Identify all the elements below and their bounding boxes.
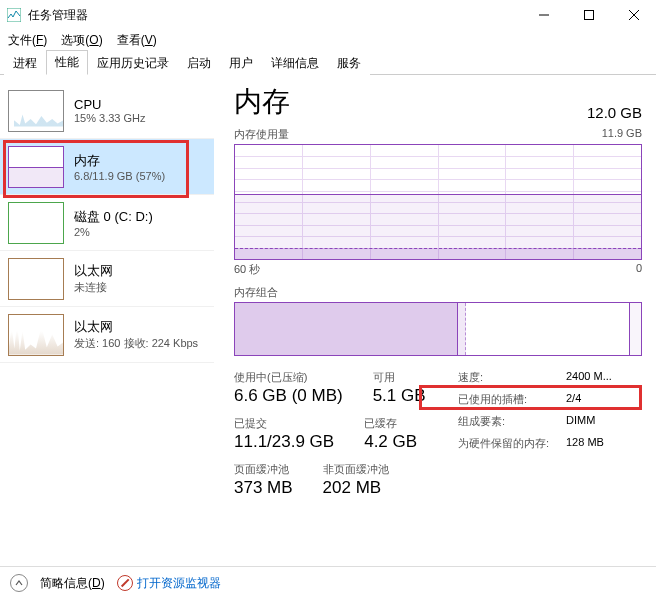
stat-value-nonpaged: 202 MB [323, 478, 389, 498]
tab-details[interactable]: 详细信息 [262, 51, 328, 75]
detail-val-reserved: 128 MB [566, 436, 604, 451]
sidebar-item-ethernet-1[interactable]: 以太网 未连接 [0, 251, 214, 307]
detail-key-speed: 速度: [458, 370, 566, 385]
sidebar-item-ethernet-2[interactable]: 以太网 发送: 160 接收: 224 Kbps [0, 307, 214, 363]
svg-rect-2 [584, 11, 593, 20]
menu-view[interactable]: 查看(V) [117, 32, 157, 49]
menu-options[interactable]: 选项(O) [61, 32, 102, 49]
stat-label-inuse: 使用中(已压缩) [234, 370, 343, 385]
usage-graph-xright: 0 [636, 262, 642, 277]
sidebar-label-memory: 内存 [74, 152, 165, 170]
stat-value-committed: 11.1/23.9 GB [234, 432, 334, 452]
tab-processes[interactable]: 进程 [4, 51, 46, 75]
detail-val-speed: 2400 M... [566, 370, 612, 385]
sidebar-label-cpu: CPU [74, 97, 146, 112]
content: CPU 15% 3.33 GHz 内存 6.8/11.9 GB (57%) 磁盘… [0, 75, 656, 564]
main-panel: 内存 12.0 GB 内存使用量 11.9 GB 60 秒 0 内存组合 使用 [214, 75, 656, 564]
open-resource-monitor-link[interactable]: 打开资源监视器 [117, 575, 221, 592]
stat-label-paged: 页面缓冲池 [234, 462, 293, 477]
sidebar-sub-memory: 6.8/11.9 GB (57%) [74, 170, 165, 182]
sidebar-sub-eth2: 发送: 160 接收: 224 Kbps [74, 336, 198, 351]
tab-app-history[interactable]: 应用历史记录 [88, 51, 178, 75]
fewer-details-link[interactable]: 简略信息(D) [40, 575, 105, 592]
disk-thumbnail-chart [8, 202, 64, 244]
window-controls [521, 0, 656, 30]
stat-value-cached: 4.2 GB [364, 432, 417, 452]
memory-thumbnail-chart [8, 146, 64, 188]
tab-startup[interactable]: 启动 [178, 51, 220, 75]
tab-performance[interactable]: 性能 [46, 50, 88, 75]
detail-val-slots: 2/4 [566, 392, 581, 407]
memory-composition-chart[interactable] [234, 302, 642, 356]
close-button[interactable] [611, 0, 656, 30]
cpu-thumbnail-chart [8, 90, 64, 132]
ethernet1-thumbnail-chart [8, 258, 64, 300]
sidebar-item-cpu[interactable]: CPU 15% 3.33 GHz [0, 83, 214, 139]
tab-users[interactable]: 用户 [220, 51, 262, 75]
footer: 简略信息(D) 打开资源监视器 [0, 566, 656, 599]
total-memory: 12.0 GB [587, 104, 642, 121]
sidebar: CPU 15% 3.33 GHz 内存 6.8/11.9 GB (57%) 磁盘… [0, 75, 214, 564]
tabbar: 进程 性能 应用历史记录 启动 用户 详细信息 服务 [0, 51, 656, 75]
memory-usage-chart[interactable] [234, 144, 642, 260]
menu-file[interactable]: 文件(F) [8, 32, 47, 49]
stat-label-cached: 已缓存 [364, 416, 417, 431]
chevron-up-icon[interactable] [10, 574, 28, 592]
sidebar-sub-disk: 2% [74, 226, 153, 238]
detail-key-form: 组成要素: [458, 414, 566, 429]
stat-label-nonpaged: 非页面缓冲池 [323, 462, 389, 477]
stat-value-inuse: 6.6 GB (0 MB) [234, 386, 343, 406]
sidebar-label-disk: 磁盘 0 (C: D:) [74, 208, 153, 226]
maximize-button[interactable] [566, 0, 611, 30]
titlebar: 任务管理器 [0, 0, 656, 30]
stats-area: 使用中(已压缩) 6.6 GB (0 MB) 可用 5.1 GB 已提交 11.… [234, 370, 642, 508]
sidebar-item-memory[interactable]: 内存 6.8/11.9 GB (57%) [0, 139, 214, 195]
usage-graph-label: 内存使用量 [234, 127, 289, 142]
detail-key-slots: 已使用的插槽: [458, 392, 566, 407]
sidebar-sub-eth1: 未连接 [74, 280, 113, 295]
detail-key-reserved: 为硬件保留的内存: [458, 436, 566, 451]
ethernet2-thumbnail-chart [8, 314, 64, 356]
composition-label: 内存组合 [234, 285, 642, 300]
minimize-button[interactable] [521, 0, 566, 30]
app-icon [6, 7, 22, 23]
usage-graph-max: 11.9 GB [602, 127, 642, 142]
detail-val-form: DIMM [566, 414, 595, 429]
page-title: 内存 [234, 83, 290, 121]
sidebar-label-eth2: 以太网 [74, 318, 198, 336]
stat-label-committed: 已提交 [234, 416, 334, 431]
sidebar-label-eth1: 以太网 [74, 262, 113, 280]
menubar: 文件(F) 选项(O) 查看(V) [0, 30, 656, 51]
tab-services[interactable]: 服务 [328, 51, 370, 75]
resource-monitor-label: 打开资源监视器 [137, 575, 221, 592]
usage-graph-xleft: 60 秒 [234, 262, 260, 277]
stat-value-available: 5.1 GB [373, 386, 426, 406]
stat-label-available: 可用 [373, 370, 426, 385]
resource-monitor-icon [117, 575, 133, 591]
window-title: 任务管理器 [28, 7, 521, 24]
stat-value-paged: 373 MB [234, 478, 293, 498]
sidebar-sub-cpu: 15% 3.33 GHz [74, 112, 146, 124]
sidebar-item-disk[interactable]: 磁盘 0 (C: D:) 2% [0, 195, 214, 251]
